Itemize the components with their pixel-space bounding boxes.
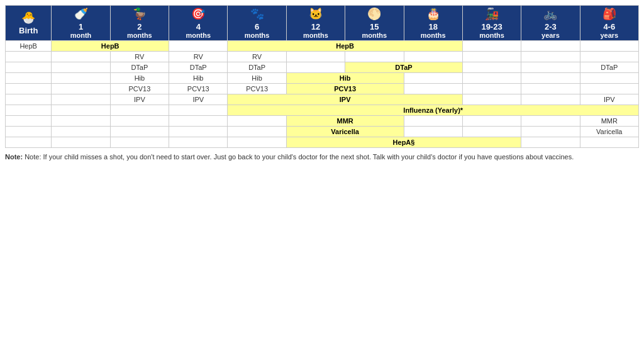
note-label: Note:: [5, 153, 23, 161]
dtap-12mo-empty: [286, 62, 345, 73]
pcv13-1mo-empty: [52, 84, 110, 94]
hib-4mo: Hib: [169, 73, 228, 84]
table-row: PCV13 PCV13 PCV13 PCV13: [6, 84, 639, 94]
var-46yr: Varicella: [580, 127, 638, 137]
hib-1mo-empty: [52, 73, 110, 84]
var-1923mo-empty: [462, 127, 521, 137]
flu-2mo-empty: [110, 105, 169, 116]
hib-6mo: Hib: [228, 73, 286, 84]
header-1month: 🍼 1 month: [52, 6, 110, 41]
header-4months: 🎯 4 months: [169, 6, 228, 41]
pcv13-4mo: PCV13: [169, 84, 228, 94]
table-row: DTaP DTaP DTaP DTaP DTaP: [6, 62, 639, 73]
header-6months: 🐾 6 months: [228, 6, 286, 41]
mmr-birth-empty: [6, 116, 52, 127]
mmr-4mo-empty: [169, 116, 228, 127]
table-row: HepB HepB HepB: [6, 41, 639, 52]
hepb-4mo-empty: [169, 41, 228, 52]
var-12mo-15mo: Varicella: [286, 127, 404, 137]
mmr-6mo-empty: [228, 116, 286, 127]
rv-15mo-empty: [345, 52, 404, 62]
hib-23yr-empty: [521, 73, 580, 84]
header-18months: 🎂 18 months: [404, 6, 462, 41]
hib-46yr-empty: [580, 73, 638, 84]
rv-12mo-empty: [286, 52, 345, 62]
hib-18mo-empty: [404, 73, 462, 84]
header-1923months: 🚂 19-23 months: [462, 6, 521, 41]
rv-46yr-empty: [580, 52, 638, 62]
23years-icon: 🚲: [523, 7, 577, 21]
4months-icon: 🎯: [171, 7, 225, 21]
flu-4mo-empty: [169, 105, 228, 116]
var-2mo-empty: [110, 127, 169, 137]
header-23years: 🚲 2-3 years: [521, 6, 580, 41]
hepa-12mo-1923mo: HepA§: [286, 137, 521, 148]
rv-birth-empty: [6, 52, 52, 62]
flu-6mo-46yr: Influenza (Yearly)*: [228, 105, 639, 116]
table-row: HepA§: [6, 137, 639, 148]
header-12months: 🐱 12 months: [286, 6, 345, 41]
var-birth-empty: [6, 127, 52, 137]
hepb-1923mo-empty: [462, 41, 521, 52]
pcv13-6mo: PCV13: [228, 84, 286, 94]
hib-2mo: Hib: [110, 73, 169, 84]
dtap-1923mo-empty: [462, 62, 521, 73]
6months-icon: 🐾: [230, 7, 284, 21]
ipv-1mo-empty: [52, 94, 110, 105]
ipv-1923mo-empty: [462, 94, 521, 105]
dtap-46yr: DTaP: [580, 62, 638, 73]
var-23yr-empty: [521, 127, 580, 137]
flu-1mo-empty: [52, 105, 110, 116]
dtap-15mo-18mo: DTaP: [345, 62, 463, 73]
dtap-6mo: DTaP: [228, 62, 286, 73]
table-row: IPV IPV IPV IPV: [6, 94, 639, 105]
mmr-46yr: MMR: [580, 116, 638, 127]
var-18mo-empty: [404, 127, 462, 137]
table-row: Influenza (Yearly)*: [6, 105, 639, 116]
hepb-label: HepB: [6, 41, 52, 52]
hepb-6mo-18mo: HepB: [228, 41, 462, 52]
46years-icon: 🎒: [582, 7, 636, 21]
pcv13-1923mo-empty: [462, 84, 521, 94]
rv-18mo-empty: [404, 52, 462, 62]
table-row: Hib Hib Hib Hib: [6, 73, 639, 84]
hepa-23yr-empty: [521, 137, 580, 148]
var-1mo-empty: [52, 127, 110, 137]
dtap-4mo: DTaP: [169, 62, 228, 73]
footnote: Note: Note: If your child misses a shot,…: [5, 153, 639, 161]
dtap-1mo-empty: [52, 62, 110, 73]
vaccine-schedule-table: 🐣 Birth 🍼 1 month 🦆 2 months 🎯 4 months …: [5, 5, 639, 148]
rv-1923mo-empty: [462, 52, 521, 62]
header-birth: 🐣 Birth: [6, 6, 52, 41]
15months-icon: 🌕: [347, 7, 401, 21]
hepa-6mo-empty: [228, 137, 286, 148]
note-text: Note: If your child misses a shot, you d…: [25, 153, 574, 161]
pcv13-2mo: PCV13: [110, 84, 169, 94]
hib-birth-empty: [6, 73, 52, 84]
pcv13-12mo-15mo: PCV13: [286, 84, 404, 94]
rv-2mo: RV: [110, 52, 169, 62]
hepa-46yr-empty: [580, 137, 638, 148]
ipv-6mo-18mo: IPV: [228, 94, 462, 105]
birth-icon: 🐣: [8, 11, 49, 25]
18months-icon: 🎂: [406, 7, 460, 21]
ipv-23yr-empty: [521, 94, 580, 105]
mmr-2mo-empty: [110, 116, 169, 127]
rv-23yr-empty: [521, 52, 580, 62]
rv-4mo: RV: [169, 52, 228, 62]
hib-1923mo-empty: [462, 73, 521, 84]
pcv13-46yr-empty: [580, 84, 638, 94]
1923months-icon: 🚂: [465, 7, 519, 21]
dtap-2mo: DTaP: [110, 62, 169, 73]
ipv-2mo: IPV: [110, 94, 169, 105]
hepb-1mo-2mo: HepB: [52, 41, 169, 52]
hib-12mo-15mo: Hib: [286, 73, 404, 84]
header-2months: 🦆 2 months: [110, 6, 169, 41]
rv-1mo-empty: [52, 52, 110, 62]
mmr-23yr-empty: [521, 116, 580, 127]
header-46years: 🎒 4-6 years: [580, 6, 638, 41]
1month-icon: 🍼: [53, 7, 108, 21]
ipv-birth-empty: [6, 94, 52, 105]
hepa-4mo-empty: [169, 137, 228, 148]
2months-icon: 🦆: [113, 7, 167, 21]
